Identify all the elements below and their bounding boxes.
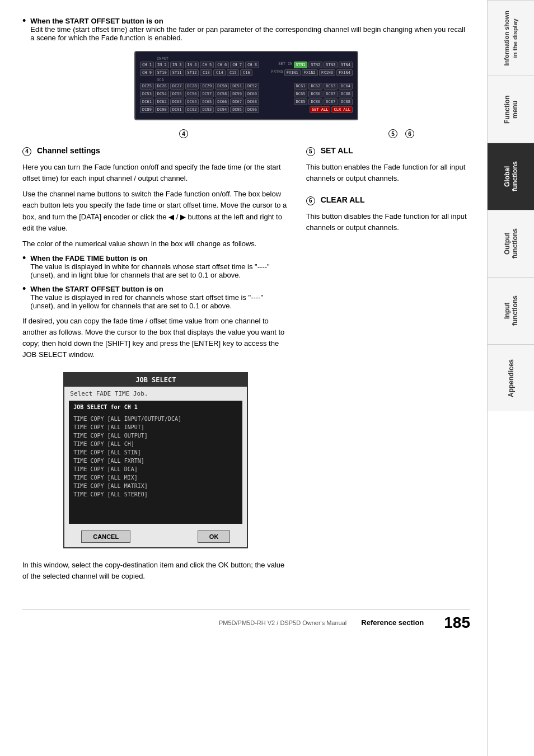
clear-all-header: 6 CLEAR ALL	[306, 195, 470, 208]
job-item-2[interactable]: TIME COPY [ALL OUTPUT]	[71, 431, 240, 440]
job-item-0[interactable]: TIME COPY [ALL INPUT/OUTPUT/DCA]	[71, 415, 240, 423]
dc63[interactable]: DC63	[170, 98, 184, 105]
dc64[interactable]: DC64	[185, 98, 199, 105]
dca7[interactable]: DC27	[170, 83, 184, 90]
dc92[interactable]: DC92	[185, 106, 199, 113]
dc87r[interactable]: DC87	[324, 91, 338, 97]
ch9-btn[interactable]: CH 9	[140, 69, 154, 76]
ch16-btn[interactable]: C16	[240, 69, 252, 76]
ch1-btn[interactable]: CH 1	[140, 62, 154, 68]
in4-btn[interactable]: IN 4	[185, 62, 199, 68]
sidebar-tab-input-functions[interactable]: Inputfunctions	[488, 277, 534, 344]
st12-btn[interactable]: ST12	[185, 69, 199, 76]
ch14-btn[interactable]: C14	[213, 69, 226, 76]
device-figure: INPUT CH 1 IN 2 IN 3 IN 4 CH 5 CH 6 CH 7…	[22, 51, 470, 129]
job-item-7[interactable]: TIME COPY [ALL MIX]	[71, 473, 240, 482]
job-item-3[interactable]: TIME COPY [ALL CH]	[71, 440, 240, 448]
dc56[interactable]: DC56	[185, 91, 199, 97]
dc61[interactable]: DC61	[140, 98, 154, 105]
start-offset-title: When the START OFFSET button is on	[30, 285, 163, 293]
job-item-4[interactable]: TIME COPY [ALL STIN]	[71, 448, 240, 457]
fx1n2-btn[interactable]: FX1N2	[302, 69, 318, 76]
dc94[interactable]: DC94	[215, 106, 229, 113]
dc88r[interactable]: DC88	[339, 91, 353, 97]
dca52[interactable]: DC52	[245, 83, 259, 90]
dc62r[interactable]: DC62	[308, 83, 322, 90]
job-item-6[interactable]: TIME COPY [ALL DCA]	[71, 465, 240, 473]
dca50[interactable]: DC50	[215, 83, 229, 90]
dca6[interactable]: DC26	[155, 83, 169, 90]
ch13-btn[interactable]: C13	[200, 69, 212, 76]
fx1n3-btn[interactable]: FX1N3	[319, 69, 335, 76]
job-item-8[interactable]: TIME COPY [ALL MATRIX]	[71, 482, 240, 490]
dc90[interactable]: DC90	[155, 106, 169, 113]
dca-label: DCA	[157, 78, 353, 82]
ok-button[interactable]: OK	[198, 530, 231, 543]
job-select-dialog: JOB SELECT Select FADE TIME Job. JOB SEL…	[63, 372, 248, 548]
dc87[interactable]: DC87	[324, 98, 338, 105]
job-item-1[interactable]: TIME COPY [ALL INPUT]	[71, 423, 240, 431]
set-all-btn[interactable]: SET ALL	[310, 106, 331, 113]
job-select-list[interactable]: JOB SELECT for CH 1 TIME COPY [ALL INPUT…	[69, 401, 242, 524]
in7-btn[interactable]: CH 7	[230, 62, 244, 68]
dc95[interactable]: DC95	[230, 106, 244, 113]
in8-btn[interactable]: CH 8	[245, 62, 259, 68]
dc59[interactable]: DC59	[230, 91, 244, 97]
dca5[interactable]: DC25	[140, 83, 154, 90]
fade-time-content: When the FADE TIME button is on The valu…	[30, 254, 289, 279]
dc88[interactable]: DC88	[339, 98, 353, 105]
stn4-btn[interactable]: STN4	[339, 62, 353, 68]
dc93[interactable]: DC93	[200, 106, 214, 113]
sidebar-tab-output-functions[interactable]: Outputfunctions	[488, 210, 534, 277]
stn3-btn[interactable]: STN3	[324, 62, 338, 68]
dc66[interactable]: DC66	[215, 98, 229, 105]
in2-btn[interactable]: IN 2	[155, 62, 169, 68]
dc63r[interactable]: DC63	[324, 83, 338, 90]
dc58[interactable]: DC58	[215, 91, 229, 97]
job-item-5[interactable]: TIME COPY [ALL FXRTN]	[71, 457, 240, 465]
st11-btn[interactable]: ST11	[170, 69, 184, 76]
dc65[interactable]: DC65	[200, 98, 214, 105]
dc68[interactable]: DC68	[245, 98, 259, 105]
dc65r[interactable]: DC65	[294, 91, 308, 97]
sidebar-tab-function-menu[interactable]: Functionmenu	[488, 76, 534, 143]
dc91[interactable]: DC91	[170, 106, 184, 113]
dc54[interactable]: DC54	[155, 91, 169, 97]
set-all-body: This button enables the Fade function fo…	[306, 162, 470, 184]
dc96[interactable]: DC96	[245, 106, 259, 113]
stn2-btn[interactable]: STN2	[308, 62, 322, 68]
in5-btn[interactable]: CH 5	[200, 62, 214, 68]
dca9[interactable]: DC29	[200, 83, 214, 90]
sidebar-tab-info-display[interactable]: Information shownin the display	[488, 0, 534, 76]
fx1n1-btn[interactable]: FX1N1	[284, 69, 301, 76]
in3-btn[interactable]: IN 3	[170, 62, 184, 68]
cancel-button[interactable]: CANCEL	[81, 530, 130, 543]
dc53[interactable]: DC53	[140, 91, 154, 97]
dc67[interactable]: DC67	[230, 98, 244, 105]
clear-all-num-circle: 6	[306, 196, 315, 205]
dca8[interactable]: DC28	[185, 83, 199, 90]
job-item-9[interactable]: TIME COPY [ALL STEREO]	[71, 490, 240, 499]
sidebar-tab-appendices[interactable]: Appendices	[488, 344, 534, 411]
stn1-btn[interactable]: STN1	[294, 62, 308, 68]
dc60[interactable]: DC60	[245, 91, 259, 97]
job-list-header: JOB SELECT for CH 1	[71, 403, 240, 411]
st10-btn[interactable]: ST10	[155, 69, 169, 76]
dca51[interactable]: DC51	[230, 83, 244, 90]
dc85[interactable]: DC85	[294, 98, 308, 105]
clear-all-section: 6 CLEAR ALL This button disables the Fad…	[306, 195, 470, 233]
in6-btn[interactable]: CH 6	[215, 62, 229, 68]
fx1n4-btn[interactable]: FX1N4	[336, 69, 353, 76]
dc55[interactable]: DC55	[170, 91, 184, 97]
dc62[interactable]: DC62	[155, 98, 169, 105]
clr-all-btn[interactable]: CLR ALL	[331, 106, 353, 113]
dc64r[interactable]: DC64	[339, 83, 353, 90]
dc86[interactable]: DC86	[308, 98, 322, 105]
main-content: • When the START OFFSET button is on Edi…	[0, 0, 487, 756]
dc61r[interactable]: DC61	[294, 83, 308, 90]
dc57[interactable]: DC57	[200, 91, 214, 97]
ch15-btn[interactable]: C15	[227, 69, 239, 76]
dc89[interactable]: DC89	[140, 106, 154, 113]
dc86r[interactable]: DC86	[308, 91, 322, 97]
sidebar-tab-global-functions[interactable]: Globalfunctions	[488, 143, 534, 210]
